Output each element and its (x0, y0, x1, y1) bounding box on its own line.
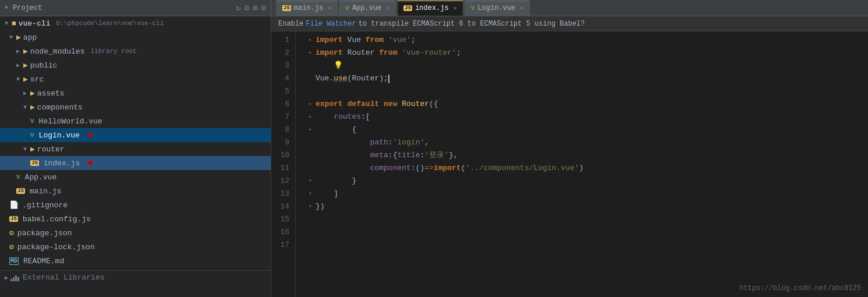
red-arrow-index: ◄ (87, 158, 93, 168)
expand-arrow: ▼ (9, 34, 13, 41)
str-vue-router: 'vue-router' (402, 47, 456, 59)
sidebar-item-label: router (37, 145, 65, 154)
settings-icon[interactable]: ⚙ (245, 3, 249, 13)
line-num-17: 17 (271, 239, 289, 252)
sidebar-item-label: babel.config.js (23, 215, 91, 224)
tab-label: Login.vue (477, 4, 515, 12)
str-vue: 'vue' (388, 34, 411, 47)
sidebar-item-readme[interactable]: MD README.md (0, 254, 271, 268)
line-num-13: 13 (271, 188, 289, 200)
line-num-16: 16 (271, 226, 289, 239)
fold-7: ▸ (305, 111, 316, 123)
sidebar-root[interactable]: ▼ ■ vue-cli D:\phpcode\learn\vue\vue-cli (0, 16, 271, 30)
sidebar-item-helloworld[interactable]: V HelloWorld.vue (0, 114, 271, 128)
sidebar-item-router[interactable]: ▼ ▶ router (0, 142, 271, 156)
sidebar-item-babel-config[interactable]: JS babel.config.js (0, 212, 271, 226)
fold-13: ▾ (305, 188, 316, 200)
root-path: D:\phpcode\learn\vue\vue-cli (56, 20, 164, 27)
bar-chart-icon (10, 274, 19, 281)
tab-close-main-js[interactable]: ✕ (328, 5, 331, 12)
fold-17 (305, 239, 316, 252)
tab-main-js[interactable]: JS main.js ✕ (276, 1, 338, 16)
line-num-8: 8 (271, 123, 289, 136)
tab-close-app-vue[interactable]: ✕ (386, 5, 389, 12)
sidebar-item-main-js[interactable]: JS main.js (0, 184, 271, 198)
fold-14: ▾ (305, 200, 316, 213)
expand-arrow: ▶ (5, 274, 8, 281)
config-file-icon: 📄 (9, 200, 19, 210)
sidebar-item-label: HelloWorld.vue (39, 117, 102, 126)
sidebar-item-src[interactable]: ▼ ▶ src (0, 72, 271, 86)
sidebar-item-public[interactable]: ▶ ▶ public (0, 58, 271, 72)
fold-1: ▸ (305, 34, 316, 47)
line-num-6: 6 (271, 98, 289, 111)
expand-arrow: ▶ (16, 48, 20, 55)
json-file-icon: ⚙ (9, 242, 14, 252)
fold-10 (305, 149, 316, 162)
code-text[interactable]: ▸ import Vue from 'vue' ; ▸ import Route… (296, 31, 868, 297)
folder-icon-src: ▶ (23, 75, 28, 84)
fold-16 (305, 226, 316, 239)
js-file-icon: JS (30, 160, 39, 166)
folder-icon-router: ▶ (30, 144, 35, 154)
notif-text2: to transpile ECMAScript 6 to ECMAScript … (359, 20, 585, 28)
tab-login-vue[interactable]: V Login.vue ✕ (465, 1, 530, 16)
external-libraries[interactable]: ▶ External Libraries (0, 270, 271, 284)
sidebar-item-label: package.json (17, 229, 72, 238)
fold-2: ▸ (305, 47, 316, 59)
folder-icon: ■ (12, 19, 16, 28)
project-sidebar: ▼ ■ vue-cli D:\phpcode\learn\vue\vue-cli… (0, 16, 271, 297)
kw-import-2: import (316, 47, 343, 59)
line-num-3: 3 (271, 59, 289, 72)
file-watcher-link[interactable]: File Watcher (306, 20, 356, 28)
text-cursor (388, 75, 389, 83)
sidebar-item-label: public (30, 61, 58, 70)
sidebar-item-package-lock[interactable]: ⚙ package-lock.json (0, 240, 271, 254)
fold-15 (305, 213, 316, 226)
tab-close-index-js[interactable]: ✕ (454, 5, 457, 12)
tab-index-js[interactable]: JS index.js ✕ (397, 1, 463, 16)
code-line-15 (305, 213, 868, 226)
code-line-8: ▸ { (305, 123, 868, 136)
code-editor: Enable File Watcher to transpile ECMAScr… (271, 16, 868, 297)
sidebar-item-node-modules[interactable]: ▶ ▶ node_modules library root (0, 44, 271, 58)
sidebar-item-label: src (30, 75, 44, 84)
sidebar-item-label: app (23, 33, 37, 42)
code-line-13: ▾ ] (305, 188, 868, 200)
line-num-12: 12 (271, 175, 289, 188)
expand-arrow: ▼ (16, 76, 20, 83)
punct-1: ; (411, 34, 416, 47)
code-line-6: ▸ export default new Router ({ (305, 98, 868, 111)
project-label: Project (13, 4, 42, 12)
kw-default: default (348, 98, 380, 111)
sidebar-item-gitignore[interactable]: 📄 .gitignore (0, 198, 271, 212)
code-line-2: ▸ import Router from 'vue-router' ; (305, 47, 868, 59)
sidebar-item-assets[interactable]: ▶ ▶ assets (0, 86, 271, 100)
line-num-5: 5 (271, 85, 289, 98)
sidebar-item-index-js[interactable]: JS index.js ◄ (0, 156, 271, 170)
folder-icon-app: ▶ (16, 33, 21, 42)
sidebar-item-label: components (37, 103, 83, 112)
gear-icon[interactable]: ⚙ (261, 3, 266, 13)
sync-icon[interactable]: ↻ (236, 3, 240, 13)
sidebar-item-package-json[interactable]: ⚙ package.json (0, 226, 271, 240)
sidebar-item-app[interactable]: ▼ ▶ app (0, 30, 271, 44)
fold-3 (305, 59, 316, 72)
line-num-4: 4 (271, 72, 289, 85)
punct-2: ; (456, 47, 461, 59)
fold-8: ▸ (305, 123, 316, 136)
line-numbers: 1 2 3 4 5 6 7 8 9 10 11 12 13 14 15 16 1… (271, 31, 296, 297)
code-line-4: Vue.use(Router); (305, 72, 868, 85)
kw-new: new (384, 98, 397, 111)
sidebar-item-label: .gitignore (22, 201, 68, 210)
code-line-9: path : 'login' , (305, 136, 868, 149)
tab-app-vue[interactable]: V App.vue ✕ (339, 1, 396, 16)
sidebar-item-components[interactable]: ▼ ▶ components (0, 100, 271, 114)
layout-icon[interactable]: ⊞ (253, 3, 257, 13)
use-method: use (334, 72, 347, 85)
code-line-17 (305, 239, 868, 252)
tab-close-login-vue[interactable]: ✕ (520, 5, 523, 12)
sidebar-item-app-vue[interactable]: V App.vue (0, 170, 271, 184)
sidebar-item-login-vue[interactable]: V Login.vue ◄ (0, 128, 271, 142)
folder-icon-public: ▶ (23, 61, 28, 70)
